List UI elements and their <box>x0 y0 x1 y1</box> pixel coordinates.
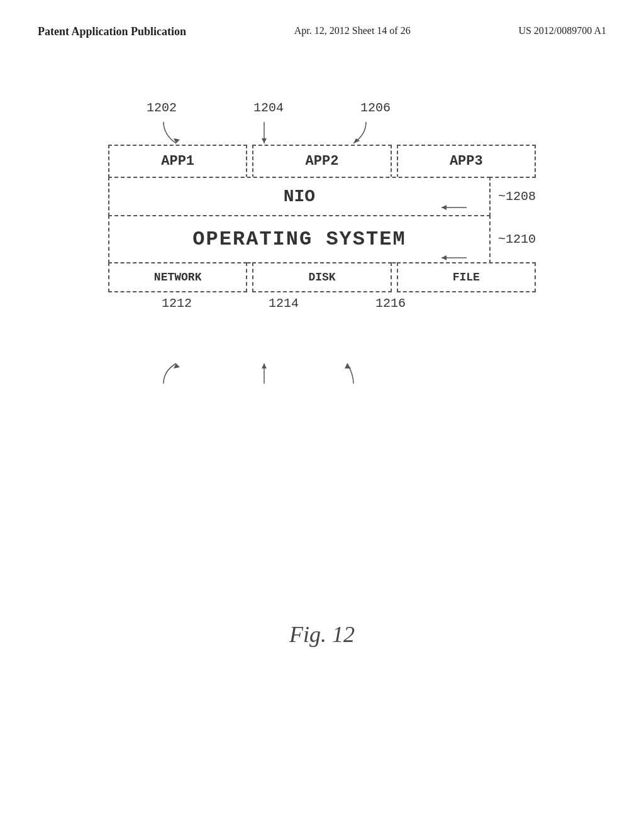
svg-marker-7 <box>345 363 351 368</box>
nio-tilde: ~ <box>498 189 506 204</box>
nio-id: 1208 <box>506 189 536 204</box>
label-1216-wrapper: 1216 <box>322 296 429 334</box>
label-1206-wrapper: 1206 <box>322 101 429 145</box>
file-box: FILE <box>397 262 536 292</box>
network-box: NETWORK <box>108 262 247 292</box>
diagram-area: 1202 1204 1206 APP1 APP2 APP3 NIO ~1208 … <box>108 101 536 334</box>
nio-row: NIO ~1208 <box>108 177 536 216</box>
label-1216: 1216 <box>375 296 406 311</box>
app3-box: APP3 <box>397 145 536 178</box>
patent-number: US 2012/0089700 A1 <box>518 25 606 36</box>
nio-label: ~1208 <box>498 189 536 204</box>
sheet-info: Apr. 12, 2012 Sheet 14 of 26 <box>294 25 411 36</box>
label-1202: 1202 <box>147 101 177 115</box>
os-tilde: ~ <box>498 232 506 246</box>
app1-box: APP1 <box>108 145 247 178</box>
label-1214: 1214 <box>269 296 299 311</box>
label-1204: 1204 <box>253 101 284 115</box>
drivers-row: NETWORK DISK FILE <box>108 262 536 292</box>
os-row: OPERATING SYSTEM ~1210 <box>108 215 536 263</box>
disk-box: DISK <box>252 262 391 292</box>
os-box: OPERATING SYSTEM <box>108 215 491 263</box>
svg-marker-6 <box>262 363 267 368</box>
apps-row: APP1 APP2 APP3 <box>108 145 536 178</box>
label-1202-wrapper: 1202 <box>108 101 215 145</box>
os-label: ~1210 <box>498 232 536 246</box>
label-1212: 1212 <box>162 296 192 311</box>
app-labels-row: 1202 1204 1206 <box>108 101 429 145</box>
label-1206: 1206 <box>360 101 391 115</box>
app2-box: APP2 <box>252 145 391 178</box>
page-header: Patent Application Publication Apr. 12, … <box>0 0 644 51</box>
label-1204-wrapper: 1204 <box>215 101 322 145</box>
label-1214-wrapper: 1214 <box>215 296 322 334</box>
label-1212-wrapper: 1212 <box>108 296 215 334</box>
figure-caption: Fig. 12 <box>289 621 355 648</box>
os-id: 1210 <box>506 232 536 246</box>
nio-box: NIO <box>108 177 491 216</box>
svg-marker-5 <box>174 363 180 368</box>
driver-labels-row: 1212 1214 1216 <box>108 296 429 334</box>
publication-label: Patent Application Publication <box>38 25 186 38</box>
